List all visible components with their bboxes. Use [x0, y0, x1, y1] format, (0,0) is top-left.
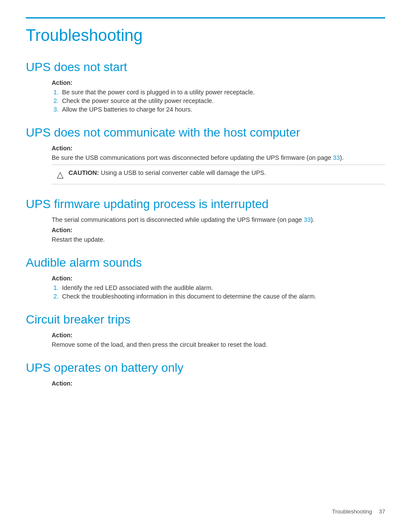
- section-title-ups-battery-only: UPS operates on battery only: [26, 361, 385, 375]
- section-ups-firmware: UPS firmware updating process is interru…: [26, 197, 385, 243]
- firmware-text-after: ).: [311, 216, 314, 223]
- page-title: Troubleshooting: [26, 26, 385, 45]
- section-title-ups-firmware: UPS firmware updating process is interru…: [26, 197, 385, 211]
- action-label-ups-does-not-start: Action:: [52, 79, 385, 86]
- action-label-ups-no-communicate: Action:: [52, 145, 385, 152]
- footer: Troubleshooting 37: [332, 508, 385, 515]
- list-item: Check the troubleshooting information in…: [60, 293, 385, 300]
- section-circuit-breaker: Circuit breaker trips Action: Remove som…: [26, 313, 385, 348]
- firmware-action-text: Restart the update.: [52, 236, 385, 243]
- action-label-audible-alarm: Action:: [52, 275, 385, 282]
- action-list-audible-alarm: Identify the red LED associated with the…: [60, 284, 385, 300]
- action-label-ups-battery-only: Action:: [52, 380, 385, 387]
- footer-label: Troubleshooting: [332, 508, 372, 515]
- action-list-ups-does-not-start: Be sure that the power cord is plugged i…: [60, 89, 385, 113]
- action-label-suffix: :: [71, 275, 73, 282]
- caution-box: △ CAUTION: Using a USB to serial convert…: [52, 165, 385, 184]
- section-ups-no-communicate: UPS does not communicate with the host c…: [26, 126, 385, 184]
- communicate-text: Be sure the USB communications port was …: [52, 154, 333, 161]
- section-title-circuit-breaker: Circuit breaker trips: [26, 313, 385, 327]
- firmware-intro-text: The serial communications port is discon…: [52, 216, 385, 223]
- caution-icon: △: [57, 169, 63, 180]
- list-item: Allow the UPS batteries to charge for 24…: [60, 106, 385, 113]
- caution-message: Using a USB to serial converter cable wi…: [99, 169, 266, 176]
- list-item: Be sure that the power cord is plugged i…: [60, 89, 385, 96]
- section-ups-does-not-start: UPS does not start Action: Be sure that …: [26, 60, 385, 113]
- section-title-ups-no-communicate: UPS does not communicate with the host c…: [26, 126, 385, 140]
- section-audible-alarm: Audible alarm sounds Action: Identify th…: [26, 256, 385, 300]
- communicate-intro-text: Be sure the USB communications port was …: [52, 154, 385, 161]
- caution-label: CAUTION:: [68, 169, 99, 176]
- caution-text: CAUTION: Using a USB to serial converter…: [68, 169, 266, 176]
- communicate-link[interactable]: 33: [333, 154, 340, 161]
- footer-page: 37: [379, 508, 385, 515]
- section-title-ups-does-not-start: UPS does not start: [26, 60, 385, 74]
- firmware-text: The serial communications port is discon…: [52, 216, 304, 223]
- page-header-line: [26, 17, 385, 19]
- communicate-text-after: ).: [340, 154, 344, 161]
- action-label-circuit-breaker: Action:: [52, 332, 385, 339]
- list-item: Identify the red LED associated with the…: [60, 284, 385, 291]
- circuit-breaker-action-text: Remove some of the load, and then press …: [52, 341, 385, 348]
- list-item: Check the power source at the utility po…: [60, 97, 385, 104]
- action-label-firmware: Action:: [52, 227, 385, 233]
- section-ups-battery-only: UPS operates on battery only Action:: [26, 361, 385, 387]
- action-label-text: Action: [52, 275, 71, 282]
- firmware-link[interactable]: 33: [304, 216, 311, 223]
- section-title-audible-alarm: Audible alarm sounds: [26, 256, 385, 270]
